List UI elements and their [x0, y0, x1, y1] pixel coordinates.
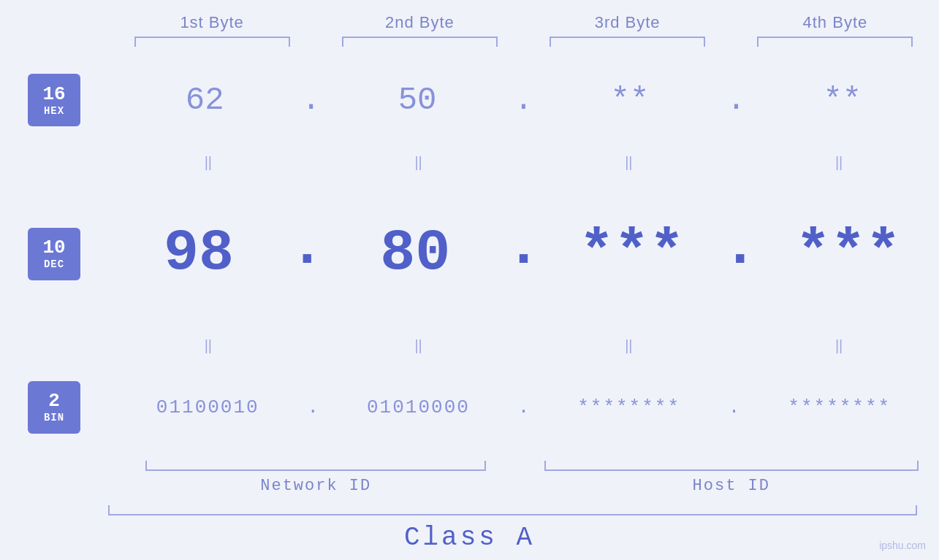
footer-text: ipshu.com: [879, 540, 926, 551]
equals-cells-2: || || || ||: [108, 338, 939, 353]
byte3-label: 3rd Byte: [524, 13, 731, 32]
equals-2d: ||: [835, 338, 843, 353]
equals-1d: ||: [835, 155, 843, 169]
network-id-label-cell: Network ID: [108, 477, 524, 495]
equals-cell-1b: ||: [319, 155, 519, 169]
dec-badge: 10 DEC: [28, 228, 80, 280]
hex-badge-cell: 16 HEX: [0, 74, 108, 126]
hex-b1-value: 62: [186, 82, 224, 118]
dec-dot1: .: [289, 214, 324, 286]
host-id-bracket: [544, 461, 919, 471]
dec-badge-cell: 10 DEC: [0, 228, 108, 280]
bin-badge: 2 BIN: [28, 381, 80, 434]
byte1-label: 1st Byte: [108, 13, 316, 32]
bracket-byte1-inner: [134, 37, 290, 47]
equals-1b: ||: [414, 155, 422, 169]
byte-labels-row: 1st Byte 2nd Byte 3rd Byte 4th Byte: [0, 0, 939, 32]
bracket-byte2: [316, 37, 523, 50]
dec-b4-value: ***: [796, 220, 901, 286]
footer: ipshu.com: [879, 540, 926, 551]
equals-2b: ||: [414, 338, 422, 353]
dec-b2-cell: 80: [324, 220, 506, 286]
bin-dot3: .: [729, 396, 740, 418]
hex-b3-value: **: [611, 82, 650, 118]
dec-b3-value: ***: [579, 220, 685, 286]
equals-row-1: || || || ||: [0, 151, 939, 173]
equals-cell-2b: ||: [319, 338, 519, 353]
id-labels-row: Network ID Host ID: [0, 477, 939, 495]
bin-b1-value: 01100010: [156, 396, 259, 418]
network-bracket-container: [108, 461, 524, 471]
equals-cell-1c: ||: [529, 155, 729, 169]
full-bracket-row: [0, 505, 939, 515]
dec-b1-value: 98: [164, 220, 234, 286]
bin-b3-value: ********: [577, 396, 680, 418]
hex-badge: 16 HEX: [28, 74, 80, 126]
full-bottom-bracket: [108, 505, 917, 515]
bin-b2-value: 01010000: [367, 396, 470, 418]
bracket-byte4: [731, 37, 939, 50]
hex-dot3: .: [726, 82, 745, 118]
bottom-bracket-row: [0, 461, 939, 471]
host-id-label: Host ID: [693, 477, 770, 495]
bracket-byte1: [108, 37, 316, 50]
host-bracket-container: [524, 461, 940, 471]
byte2-label: 2nd Byte: [316, 13, 523, 32]
hex-b3-cell: **: [533, 82, 726, 118]
hex-dot1: .: [301, 82, 320, 118]
bracket-byte2-inner: [342, 37, 498, 47]
equals-1a: ||: [205, 155, 212, 169]
network-id-bracket: [145, 461, 486, 471]
dec-row: 10 DEC 98 . 80 . *** . ***: [0, 173, 939, 335]
class-label: Class A: [404, 523, 535, 553]
class-label-row: Class A: [0, 523, 939, 560]
hex-row: 16 HEX 62 . 50 . ** . **: [0, 50, 939, 151]
main-container: 1st Byte 2nd Byte 3rd Byte 4th Byte 16 H…: [0, 0, 939, 560]
bin-b4-cell: ********: [740, 396, 939, 418]
dec-b3-cell: ***: [541, 220, 723, 286]
equals-2c: ||: [625, 338, 632, 353]
equals-1c: ||: [625, 155, 632, 169]
equals-cell-1d: ||: [739, 155, 939, 169]
bin-row: 2 BIN 01100010 . 01010000 . ******** .: [0, 356, 939, 458]
hex-b2-cell: 50: [321, 82, 514, 118]
equals-row-2: || || || ||: [0, 334, 939, 356]
top-brackets: [0, 37, 939, 50]
hex-b4-cell: **: [746, 82, 939, 118]
network-id-label: Network ID: [260, 477, 371, 495]
bin-dot1: .: [308, 396, 319, 418]
bin-dot2: .: [518, 396, 530, 418]
bin-b1-cell: 01100010: [108, 396, 308, 418]
bracket-byte3-inner: [550, 37, 705, 47]
equals-cell-2a: ||: [108, 338, 308, 353]
dec-b2-value: 80: [380, 220, 450, 286]
equals-cells-1: || || || ||: [108, 155, 939, 169]
bin-data: 01100010 . 01010000 . ******** . *******…: [108, 396, 939, 418]
equals-2a: ||: [205, 338, 212, 353]
byte4-label: 4th Byte: [731, 13, 939, 32]
bracket-byte4-inner: [757, 37, 913, 47]
dec-b1-cell: 98: [108, 220, 289, 286]
bin-b3-cell: ********: [529, 396, 729, 418]
dec-dot3: .: [723, 214, 758, 286]
host-id-label-cell: Host ID: [524, 477, 940, 495]
hex-b2-value: 50: [398, 82, 437, 118]
bracket-byte3: [524, 37, 731, 50]
dec-b4-cell: ***: [758, 220, 939, 286]
hex-b1-cell: 62: [108, 82, 301, 118]
bin-badge-cell: 2 BIN: [0, 381, 108, 434]
dec-dot2: .: [506, 214, 541, 286]
hex-b4-value: **: [823, 82, 862, 118]
dec-data: 98 . 80 . *** . ***: [108, 214, 939, 294]
bin-b2-cell: 01010000: [319, 396, 518, 418]
equals-cell-2c: ||: [529, 338, 729, 353]
equals-cell-2d: ||: [739, 338, 939, 353]
bin-b4-value: ********: [788, 396, 891, 418]
hex-dot2: .: [514, 82, 533, 118]
hex-data: 62 . 50 . ** . **: [108, 82, 939, 118]
equals-cell-1a: ||: [108, 155, 308, 169]
